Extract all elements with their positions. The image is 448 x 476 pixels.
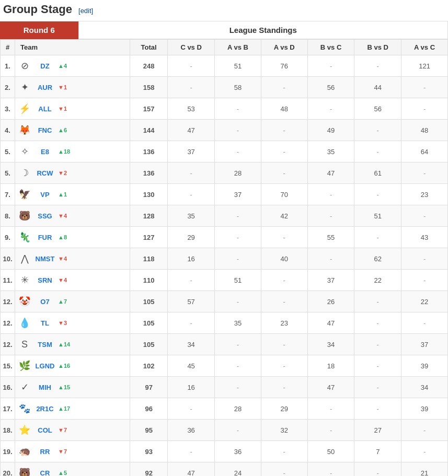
total-cell: 105 [130,334,168,355]
team-name[interactable]: MIH [35,384,55,391]
bvsc-cell: - [307,248,354,270]
team-name[interactable]: DZ [35,62,55,70]
team-name[interactable]: AUR [35,84,55,91]
cvsd-cell: 47 [168,462,215,477]
team-name[interactable]: FUR [35,234,55,241]
avsb-cell: - [214,334,261,355]
bvsd-cell: - [354,141,401,162]
avsb-cell: - [214,291,261,312]
team-logo: ⚡ [17,101,32,116]
team-logo: 🦊 [17,123,32,137]
table-row: 17. 🐾 2R1C ▲17 96 - 28 29 - - 39 [1,398,448,420]
team-name[interactable]: VP [35,191,55,199]
team-change: ▲6 [58,127,67,133]
cvsd-cell: - [168,77,215,98]
bvsc-cell: 55 [307,227,354,248]
team-change: ▼4 [58,256,67,262]
team-logo: 🦅 [17,187,32,202]
team-change: ▼1 [58,106,67,112]
rank-cell: 5. [1,141,15,162]
cvsd-cell: - [168,184,215,205]
avsc-cell: 39 [401,355,448,377]
avsc-cell: - [401,98,448,120]
edit-link[interactable]: [edit] [78,7,93,15]
avsb-cell: 24 [214,462,261,477]
team-name[interactable]: FNC [35,126,55,134]
total-cell: 128 [130,205,168,227]
team-name[interactable]: ALL [35,105,55,113]
team-name[interactable]: TSM [35,341,55,349]
table-row: 11. ✳ SRN ▼4 110 - 51 - 37 22 - [1,270,448,291]
team-name[interactable]: LGND [35,362,55,370]
avsd-cell: - [261,334,307,355]
team-name[interactable]: NMST [35,255,55,263]
team-name[interactable]: SRN [35,276,55,284]
avsd-cell: 29 [261,398,307,420]
team-change: ▲7 [58,298,67,305]
bvsc-cell: 26 [307,291,354,312]
team-name[interactable]: E8 [35,148,55,156]
team-name[interactable]: TL [35,319,55,327]
team-change: ▲18 [58,148,70,155]
avsd-cell: 48 [261,98,307,120]
bvsc-cell: - [307,398,354,420]
cvsd-cell: 36 [168,420,215,441]
total-cell: 110 [130,270,168,291]
team-logo: ✦ [17,80,32,95]
team-name[interactable]: SSG [35,212,55,220]
bvsd-cell: 51 [354,205,401,227]
total-cell: 144 [130,120,168,141]
avsb-cell: - [214,120,261,141]
rank-cell: 19. [1,441,15,462]
avsb-cell: 28 [214,162,261,184]
rank-cell: 7. [1,184,15,205]
team-cell: 🌿 LGND ▲16 [15,355,130,377]
cvsd-cell: 16 [168,377,215,398]
total-cell: 105 [130,291,168,312]
bvsc-cell: - [307,205,354,227]
team-name[interactable]: RCW [35,169,55,177]
bvsc-cell: 37 [307,270,354,291]
cvsd-cell: 16 [168,248,215,270]
bvsd-cell: 7 [354,441,401,462]
cvsd-cell: - [168,162,215,184]
rank-cell: 8. [1,205,15,227]
avsd-cell: - [261,162,307,184]
avsc-cell: - [401,312,448,334]
team-change: ▼1 [58,84,67,90]
team-change: ▲8 [58,234,67,240]
team-logo: 🌿 [17,358,32,373]
total-cell: 97 [130,377,168,398]
team-name[interactable]: O7 [35,298,55,306]
team-name[interactable]: 2R1C [35,405,55,413]
page-header: Group Stage [edit] [0,0,448,19]
team-cell: 🐻 SSG ▼4 [15,205,130,227]
page-title: Group Stage [3,3,72,16]
bvsc-cell: 49 [307,120,354,141]
table-row: 1. ⊘ DZ ▲4 248 - 51 76 - - 121 [1,55,448,77]
cvsd-cell: - [168,398,215,420]
rank-cell: 17. [1,398,15,420]
team-logo: 🐻 [17,208,32,223]
team-cell: 🦔 RR ▼7 [15,441,130,462]
team-name[interactable]: RR [35,448,55,456]
cvsd-cell: 34 [168,334,215,355]
team-name[interactable]: CR [35,469,55,477]
avsd-cell: - [261,291,307,312]
avsb-cell: - [214,377,261,398]
team-change: ▼4 [58,213,67,219]
team-cell: S TSM ▲14 [15,334,130,355]
team-logo: ⋀ [17,251,32,266]
total-cell: 130 [130,184,168,205]
avsc-cell: 22 [401,291,448,312]
team-change: ▼4 [58,277,67,283]
bvsd-cell: - [354,184,401,205]
table-row: 12. S TSM ▲14 105 34 - - 34 - 37 [1,334,448,355]
team-name[interactable]: COL [35,426,55,434]
bvsd-cell: - [354,312,401,334]
avsd-cell: - [261,441,307,462]
avsb-cell: 35 [214,312,261,334]
team-logo: 💧 [17,316,32,330]
avsb-cell: - [214,227,261,248]
col-avsb: A vs B [214,40,261,55]
